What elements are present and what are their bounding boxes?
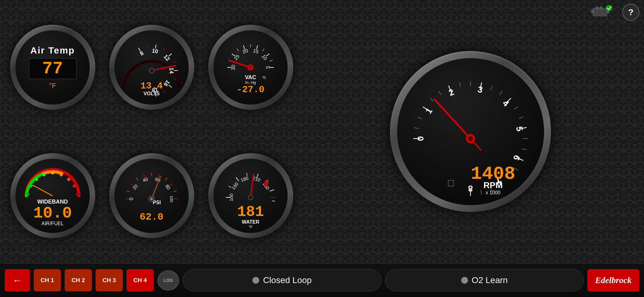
svg-text:8: 8 [139,50,145,57]
svg-point-99 [67,178,70,181]
oil-pressure-gauge: 0 20 40 60 80 100 PSI 62.0 [104,133,200,258]
svg-text:13.4: 13.4 [140,81,163,91]
svg-line-85 [434,99,470,139]
closed-loop-dot [252,277,259,284]
svg-text:2: 2 [447,87,455,98]
svg-line-9 [163,48,165,50]
svg-line-63 [438,91,441,95]
svg-point-94 [29,184,32,187]
svg-text:1: 1 [423,106,434,115]
ch3-button[interactable]: CH 3 [96,269,123,291]
svg-point-88 [468,136,473,141]
svg-text:AIR/FUEL: AIR/FUEL [41,221,64,226]
svg-line-135 [272,200,275,201]
air-temp-value: 77 [42,59,63,79]
svg-text:x 1000: x 1000 [485,190,500,195]
svg-rect-150 [600,7,602,9]
svg-text:12: 12 [162,53,171,62]
svg-text:-27.0: -27.0 [237,84,264,95]
vacuum-gauge: 30 25 20 15 10 5 0 VAC In. Hg -27.0 [203,5,298,130]
svg-line-67 [500,91,502,95]
svg-line-36 [270,60,273,61]
closed-loop-label: Closed Loop [263,275,311,285]
back-arrow-icon: ← [12,275,22,286]
svg-text:180: 180 [240,175,249,183]
svg-text:10: 10 [152,47,159,54]
rpm-gauge: 0 1 2 3 4 5 6 7 8 [302,5,639,258]
svg-text:6: 6 [511,153,522,161]
svg-text:40: 40 [142,176,148,183]
svg-text:100: 100 [229,193,234,201]
svg-line-75 [481,190,482,195]
back-button[interactable]: ← [5,269,30,291]
svg-line-11 [173,61,176,62]
svg-point-96 [42,173,45,176]
svg-line-66 [491,86,492,90]
o2-learn-button[interactable]: O2 Learn [385,269,584,291]
svg-text:0: 0 [416,136,425,141]
svg-line-107 [127,191,130,192]
svg-point-47 [249,66,252,69]
svg-rect-89 [448,180,454,186]
svg-text:100: 100 [169,196,174,202]
svg-line-109 [136,178,138,180]
svg-line-13 [173,78,176,79]
svg-rect-149 [596,7,599,9]
svg-point-98 [60,173,63,176]
svg-line-62 [430,98,433,101]
svg-line-7 [147,45,148,48]
svg-point-24 [149,68,154,73]
closed-loop-button[interactable]: Closed Loop [183,269,381,291]
svg-rect-151 [591,10,594,13]
svg-text:10.0: 10.0 [33,204,72,222]
svg-text:15: 15 [252,48,259,54]
svg-text:4: 4 [500,98,511,108]
svg-line-60 [414,127,419,128]
svg-text:30: 30 [231,65,236,70]
volts-gauge: 8 10 12 14 16 18 13.4 VOLTS [104,5,200,130]
svg-line-30 [237,49,239,51]
svg-text:20: 20 [242,48,249,54]
water-temp-gauge: 100 150 180 210 250 181 WATER °F [203,133,298,258]
svg-line-71 [522,149,526,150]
svg-point-97 [51,171,54,174]
svg-text:WATER: WATER [242,219,260,225]
air-temp-unit: °F [49,82,56,90]
log-button[interactable]: LOG [157,270,179,291]
svg-text:181: 181 [237,204,264,220]
svg-text:14: 14 [168,67,174,73]
svg-text:3: 3 [477,84,483,94]
engine-icon [590,4,615,19]
svg-line-15 [163,90,165,93]
o2-learn-dot [461,277,468,284]
svg-text:WIDEBAND: WIDEBAND [37,199,68,205]
svg-text:150: 150 [230,181,239,191]
svg-text:5: 5 [265,66,270,69]
svg-line-102 [32,185,53,196]
svg-line-34 [262,49,264,51]
svg-line-68 [514,107,518,109]
ch4-button[interactable]: CH 4 [127,269,154,291]
help-button[interactable]: ? [622,4,639,21]
ch2-button[interactable]: CH 2 [65,269,92,291]
svg-point-93 [26,193,29,196]
ch1-button[interactable]: CH 1 [34,269,61,291]
svg-text:VAC: VAC [245,74,256,80]
svg-line-130 [236,177,239,181]
svg-point-101 [76,193,79,196]
svg-text:0: 0 [262,75,267,80]
svg-line-115 [174,191,177,192]
svg-point-100 [73,184,76,187]
air-temp-display: 77 [29,58,77,79]
svg-text:62.0: 62.0 [140,211,164,223]
bottom-bar: ← CH 1 CH 2 CH 3 CH 4 LOG Closed Loop O2… [0,263,644,297]
svg-line-113 [165,178,167,180]
svg-line-134 [270,190,274,191]
wideband-gauge: WIDEBAND 10.0 AIR/FUEL [5,133,101,258]
svg-line-143 [251,174,253,197]
svg-text:RPM: RPM [483,180,502,190]
svg-text:5: 5 [514,125,524,132]
svg-text:In. Hg: In. Hg [245,80,256,85]
svg-line-69 [519,117,523,118]
svg-text:VOLTS: VOLTS [144,91,160,96]
